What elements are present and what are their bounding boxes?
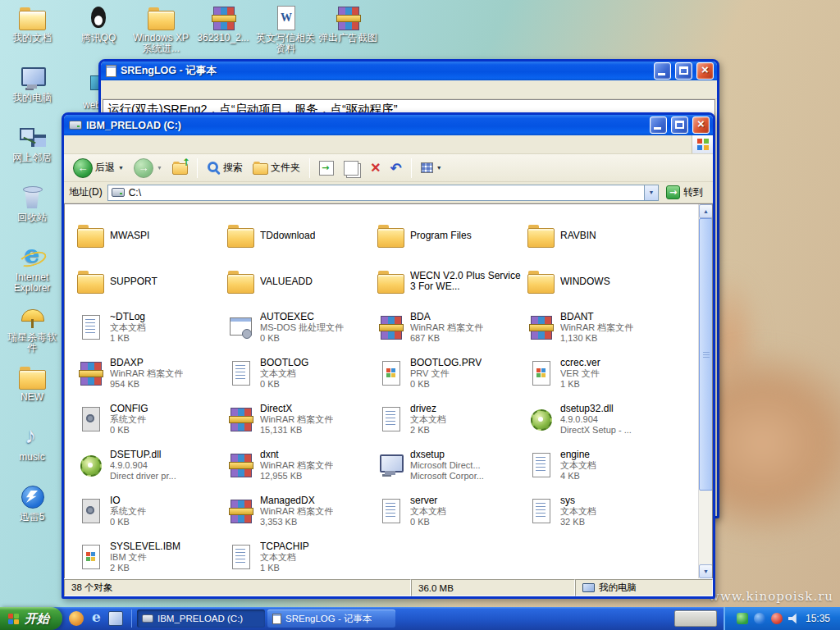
file-item[interactable]: TDdownload	[226, 212, 374, 258]
desktop-icon[interactable]: Internet Explorer	[3, 244, 61, 304]
close-button[interactable]	[692, 116, 710, 134]
file-item[interactable]: MWASPI	[76, 212, 224, 258]
file-item[interactable]: server 文本文档 0 KB	[377, 488, 524, 534]
minimize-button[interactable]	[650, 116, 667, 134]
file-name: dxnt	[260, 450, 333, 460]
desktop-icon[interactable]: music	[3, 424, 61, 484]
maximize-button[interactable]	[675, 62, 692, 80]
desktop: www.kinopoisk.ru 我的文档 我的电脑 网上邻居 回收站 Inte…	[0, 0, 840, 630]
undo-button[interactable]	[386, 158, 406, 178]
up-button[interactable]	[168, 158, 192, 177]
file-item[interactable]: SUPPORT	[76, 258, 224, 304]
scroll-down-arrow[interactable]: ▼	[699, 564, 713, 578]
file-item[interactable]: IO 系统文件 0 KB	[76, 488, 224, 534]
file-item[interactable]: SYSLEVEL.IBM IBM 文件 2 KB	[76, 534, 224, 578]
quicklaunch-icon[interactable]	[108, 611, 123, 626]
desktop-icon[interactable]: 弹出广告截图	[317, 5, 379, 54]
file-item[interactable]: ~DTLog 文本文档 1 KB	[76, 304, 224, 350]
menu-item[interactable]	[121, 142, 135, 147]
folders-button[interactable]: 文件夹	[249, 158, 304, 177]
desktop-icon[interactable]: Windows XP 系统进...	[130, 5, 192, 54]
file-item[interactable]: CONFIG 系统文件 0 KB	[76, 396, 224, 442]
close-button[interactable]	[696, 62, 714, 80]
forward-button[interactable]: → ▼	[130, 156, 167, 180]
tray-icon[interactable]	[737, 613, 748, 624]
file-item[interactable]: ManagedDX WinRAR 档案文件 3,353 KB	[226, 488, 374, 534]
minimize-button[interactable]	[654, 62, 671, 80]
file-item[interactable]: Program Files	[377, 212, 524, 258]
file-item[interactable]: DSETUP.dll 4.9.0.904 Direct driver pr...	[76, 442, 224, 488]
file-item[interactable]: BDA WinRAR 档案文件 687 KB	[377, 304, 524, 350]
language-bar[interactable]	[674, 610, 717, 627]
desktop-icon[interactable]: 362310_2...	[192, 5, 254, 54]
file-item[interactable]: BOOTLOG.PRV PRV 文件 0 KB	[377, 350, 524, 396]
tray-icon[interactable]	[771, 613, 783, 624]
start-button[interactable]: 开始	[0, 607, 62, 630]
toolbar-separator	[197, 158, 198, 178]
menu-item[interactable]	[82, 142, 95, 147]
search-button[interactable]: 搜索	[203, 158, 247, 177]
menu-item[interactable]	[108, 142, 121, 147]
notepad-titlebar[interactable]: SREngLOG - 记事本	[101, 62, 717, 80]
my-computer-icon	[582, 583, 595, 592]
scrollbar-thumb[interactable]	[699, 218, 713, 491]
tray-icon[interactable]	[754, 613, 765, 624]
maximize-button[interactable]	[671, 116, 688, 134]
file-item[interactable]: WECN V2.0 Plus Service 3 For WE...	[377, 258, 524, 304]
views-button[interactable]: ▼	[417, 160, 446, 176]
explorer-titlebar[interactable]: IBM_PRELOAD (C:)	[64, 115, 713, 135]
file-item[interactable]: dxnt WinRAR 档案文件 12,955 KB	[226, 442, 374, 488]
file-name: server	[410, 495, 446, 506]
desktop-icon[interactable]: 我的文档	[3, 5, 61, 65]
file-item[interactable]: engine 文本文档 4 KB	[527, 442, 674, 488]
menu-item[interactable]	[135, 142, 148, 147]
quicklaunch-icon[interactable]	[89, 611, 103, 626]
desktop-icon[interactable]: 英文写信相关资料	[254, 5, 317, 54]
desktop-icon[interactable]: NEW	[3, 364, 61, 424]
file-item[interactable]: DirectX WinRAR 档案文件 15,131 KB	[226, 396, 374, 442]
desktop-icon[interactable]: 腾讯QQ	[67, 5, 130, 54]
file-item[interactable]: BDAXP WinRAR 档案文件 954 KB	[76, 350, 224, 396]
delete-button[interactable]	[367, 158, 385, 178]
desktop-icon[interactable]: 瑞星杀毒软件	[3, 304, 61, 364]
back-button[interactable]: ← 后退 ▼	[69, 156, 128, 180]
file-item[interactable]: ccrec.ver VER 文件 1 KB	[527, 350, 674, 396]
taskbar-task-button[interactable]: SREngLOG - 记事本	[267, 609, 395, 628]
menu-item[interactable]	[132, 87, 145, 92]
scroll-up-arrow[interactable]: ▲	[699, 204, 713, 218]
file-item[interactable]: VALUEADD	[226, 258, 374, 304]
menu-item[interactable]	[145, 87, 158, 92]
copy-to-button[interactable]	[340, 158, 365, 178]
explorer-window: IBM_PRELOAD (C:) ← 后退 ▼ → ▼	[62, 112, 715, 599]
menu-item[interactable]	[95, 142, 108, 147]
file-item[interactable]: BOOTLOG 文本文档 0 KB	[226, 350, 374, 396]
file-item[interactable]: sys 文本文档 32 KB	[527, 488, 674, 534]
desktop-icon[interactable]: 迅雷5	[3, 484, 61, 544]
vertical-scrollbar[interactable]: ▲ ▼	[698, 204, 712, 578]
file-item[interactable]: drivez 文本文档 2 KB	[377, 396, 524, 442]
desktop-icon[interactable]: 回收站	[3, 185, 61, 244]
move-to-button[interactable]	[315, 158, 338, 178]
file-item[interactable]: dsetup32.dll 4.9.0.904 DirectX Setup - .…	[527, 396, 674, 442]
menu-item[interactable]	[119, 87, 132, 92]
file-icon	[527, 268, 555, 294]
address-dropdown-button[interactable]: ▼	[644, 185, 658, 200]
taskbar-task-button[interactable]: IBM_PRELOAD (C:)	[137, 609, 265, 628]
menu-item[interactable]	[106, 87, 119, 92]
quicklaunch-icon[interactable]	[69, 611, 84, 626]
menu-item[interactable]	[158, 87, 171, 92]
desktop-icon[interactable]: 网上邻居	[3, 125, 61, 185]
menu-item[interactable]	[69, 142, 82, 147]
address-combo[interactable]: C:\ ▼	[107, 185, 659, 201]
file-item[interactable]: TCPACHIP 文本文档 1 KB	[226, 534, 374, 578]
file-item[interactable]: dxsetup Microsoft Direct... Microsoft Co…	[377, 442, 524, 488]
file-item[interactable]: WINDOWS	[527, 258, 674, 304]
file-item[interactable]: AUTOEXEC MS-DOS 批处理文件 0 KB	[226, 304, 374, 350]
tray-icon[interactable]	[788, 613, 800, 624]
file-item[interactable]: BDANT WinRAR 档案文件 1,130 KB	[527, 304, 674, 350]
file-item[interactable]: RAVBIN	[527, 212, 674, 258]
file-icon	[76, 406, 104, 432]
file-size: 954 KB	[110, 379, 183, 390]
go-button[interactable]: 转到	[664, 185, 708, 200]
desktop-icon[interactable]: 我的电脑	[3, 65, 61, 125]
